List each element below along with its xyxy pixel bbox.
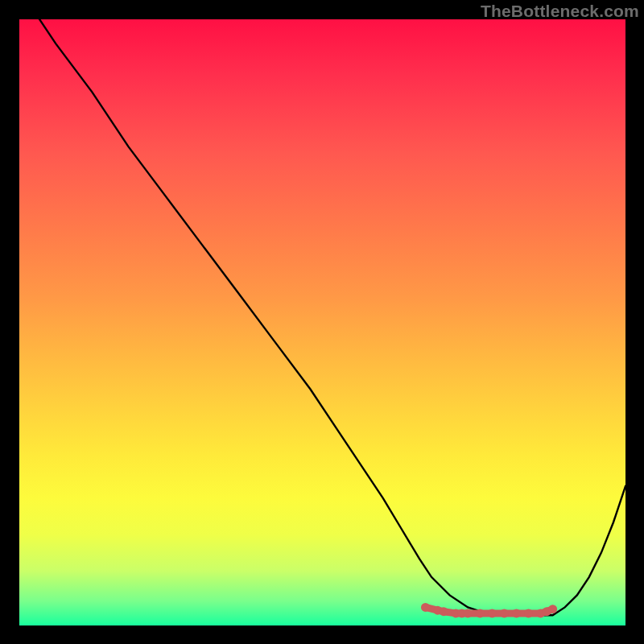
optimal-marker-dot <box>488 609 497 617</box>
chart-frame: TheBottleneck.com <box>0 0 644 644</box>
optimal-marker-dot <box>440 607 448 616</box>
optimal-marker-dot <box>476 609 485 617</box>
optimal-marker-dot <box>548 605 557 613</box>
optimal-marker-dot <box>464 609 473 617</box>
optimal-marker-dot <box>524 609 533 617</box>
bottleneck-curve <box>19 0 625 615</box>
optimal-marker-dot <box>512 609 521 617</box>
watermark-text: TheBottleneck.com <box>481 2 639 21</box>
optimal-band-markers <box>421 603 557 618</box>
optimal-marker-dot <box>500 609 509 617</box>
optimal-marker-dot <box>421 603 430 612</box>
chart-svg <box>19 19 625 625</box>
